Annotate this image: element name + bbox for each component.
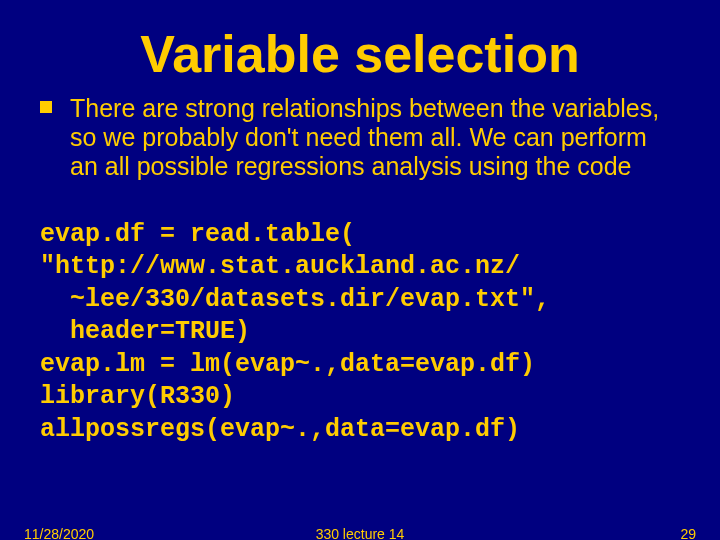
- footer-page: 29: [680, 526, 696, 540]
- footer-center: 330 lecture 14: [0, 526, 720, 540]
- code-line: ~lee/330/datasets.dir/evap.txt",: [40, 285, 550, 314]
- code-line: evap.df = read.table(: [40, 220, 355, 249]
- code-line: "http://www.stat.auckland.ac.nz/: [40, 252, 520, 281]
- code-line: allpossregs(evap~.,data=evap.df): [40, 415, 520, 444]
- slide-title: Variable selection: [0, 0, 720, 94]
- slide-body: There are strong relationships between t…: [0, 94, 720, 446]
- slide: Variable selection There are strong rela…: [0, 0, 720, 540]
- bullet-1: There are strong relationships between t…: [40, 94, 680, 180]
- code-line: evap.lm = lm(evap~.,data=evap.df): [40, 350, 535, 379]
- code-block: evap.df = read.table( "http://www.stat.a…: [40, 186, 680, 446]
- code-line: library(R330): [40, 382, 235, 411]
- code-line: header=TRUE): [40, 317, 250, 346]
